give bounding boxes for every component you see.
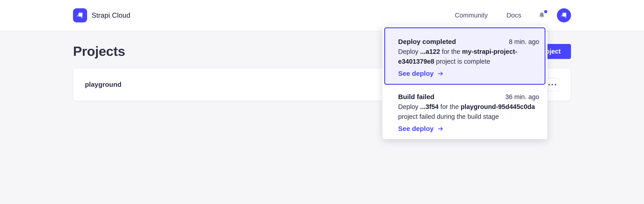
app-header: Strapi Cloud Community Docs xyxy=(0,0,644,31)
brand-home-link[interactable]: Strapi Cloud xyxy=(73,8,130,23)
notification-item-build-failed[interactable]: Build failed 36 min. ago Deploy ...3f54 … xyxy=(384,85,546,137)
notifications-popover: Deploy completed 8 min. ago Deploy ...a1… xyxy=(382,25,548,139)
notification-timestamp: 8 min. ago xyxy=(509,37,539,47)
ellipsis-icon xyxy=(548,84,556,85)
notification-head: Deploy completed 8 min. ago xyxy=(398,37,539,47)
header-nav: Community Docs xyxy=(455,8,571,23)
notification-body: Deploy ...3f54 for the playground-95d445… xyxy=(398,102,539,121)
project-name: playground xyxy=(85,81,121,88)
notification-title: Deploy completed xyxy=(398,37,456,47)
page-title: Projects xyxy=(73,44,125,59)
notification-title: Build failed xyxy=(398,92,434,102)
user-avatar-button[interactable] xyxy=(557,8,571,23)
strapi-cloud-app: Strapi Cloud Community Docs xyxy=(0,0,644,204)
notification-timestamp: 36 min. ago xyxy=(505,92,539,102)
nav-docs[interactable]: Docs xyxy=(506,12,521,19)
nav-community[interactable]: Community xyxy=(455,12,488,19)
see-deploy-link[interactable]: See deploy xyxy=(398,124,444,134)
bell-icon xyxy=(538,12,545,19)
arrow-right-icon xyxy=(437,125,444,132)
notification-body: Deploy ...a122 for the my-strapi-project… xyxy=(398,47,539,66)
notification-head: Build failed 36 min. ago xyxy=(398,92,539,102)
arrow-right-icon xyxy=(437,70,444,77)
strapi-avatar-icon xyxy=(559,11,569,20)
notifications-bell-button[interactable] xyxy=(538,12,545,19)
strapi-logo-icon xyxy=(73,8,87,23)
unread-indicator-dot xyxy=(544,10,547,13)
notification-item-deploy-completed[interactable]: Deploy completed 8 min. ago Deploy ...a1… xyxy=(384,27,546,85)
see-deploy-link[interactable]: See deploy xyxy=(398,69,444,78)
brand-name: Strapi Cloud xyxy=(92,12,130,20)
